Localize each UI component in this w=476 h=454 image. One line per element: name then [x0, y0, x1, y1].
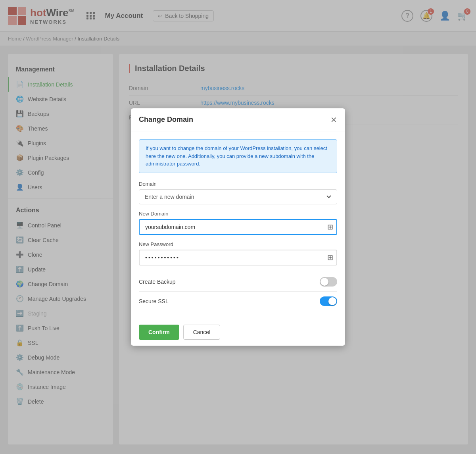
secure-ssl-row: Secure SSL	[139, 291, 337, 311]
modal-body: If you want to change the domain of your…	[131, 131, 345, 319]
new-password-form-group: New Password ⊞	[139, 241, 337, 265]
new-domain-form-label: New Domain	[139, 211, 337, 217]
new-password-icon[interactable]: ⊞	[327, 253, 333, 262]
secure-ssl-knob	[328, 297, 336, 305]
secure-ssl-toggle[interactable]	[320, 296, 337, 306]
confirm-button[interactable]: Confirm	[139, 325, 179, 340]
new-password-input[interactable]	[139, 250, 337, 265]
change-domain-modal: Change Domain ✕ If you want to change th…	[131, 108, 345, 346]
modal-header: Change Domain ✕	[131, 108, 345, 131]
secure-ssl-label: Secure SSL	[139, 298, 169, 304]
new-password-input-wrapper: ⊞	[139, 250, 337, 265]
new-domain-input-wrapper: ⊞	[139, 219, 337, 235]
domain-form-group: Domain Enter a new domain	[139, 181, 337, 204]
domain-select[interactable]: Enter a new domain	[139, 189, 337, 204]
domain-form-label: Domain	[139, 181, 337, 187]
create-backup-knob	[321, 278, 328, 286]
overlay[interactable]: Change Domain ✕ If you want to change th…	[0, 0, 476, 452]
info-box: If you want to change the domain of your…	[139, 139, 337, 173]
modal-footer: Confirm Cancel	[131, 319, 345, 346]
new-domain-input[interactable]	[139, 219, 337, 235]
cancel-button[interactable]: Cancel	[183, 325, 221, 340]
modal-close-button[interactable]: ✕	[330, 116, 337, 124]
new-domain-form-group: New Domain ⊞	[139, 211, 337, 235]
create-backup-toggle[interactable]	[320, 277, 337, 287]
new-domain-icon[interactable]: ⊞	[327, 223, 333, 231]
new-password-form-label: New Password	[139, 241, 337, 247]
modal-title: Change Domain	[139, 115, 193, 124]
create-backup-row: Create Backup	[139, 272, 337, 291]
create-backup-label: Create Backup	[139, 279, 176, 285]
